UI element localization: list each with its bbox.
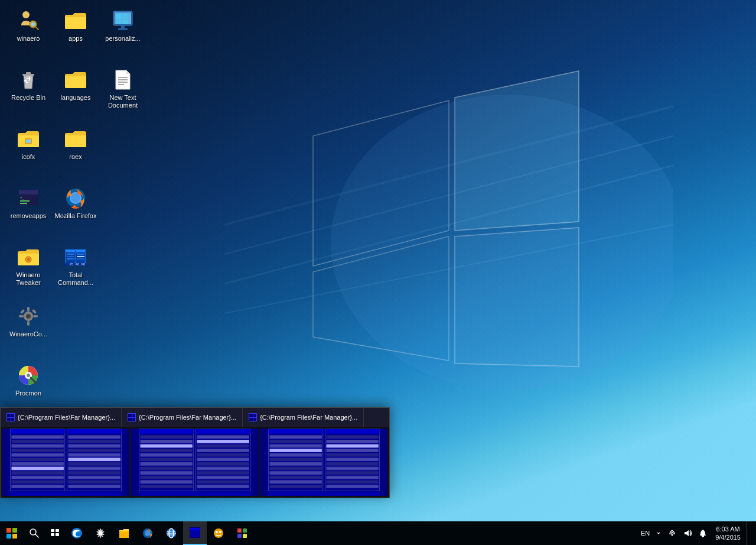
- svg-rect-180: [51, 533, 54, 536]
- farmanager-tab-2[interactable]: {C:\Program Files\Far Manager}...: [122, 408, 243, 427]
- svg-point-207: [702, 536, 704, 537]
- svg-rect-158: [269, 485, 321, 488]
- svg-rect-46: [67, 256, 74, 257]
- search-button[interactable]: [24, 521, 44, 545]
- svg-rect-28: [26, 140, 31, 143]
- svg-rect-178: [51, 529, 54, 532]
- svg-line-6: [224, 106, 673, 225]
- system-clock[interactable]: 6:03 AM 9/4/2015: [711, 525, 745, 542]
- procmon-icon: [17, 364, 40, 387]
- farmanager-tab-1[interactable]: {C:\Program Files\Far Manager}...: [1, 408, 122, 427]
- farmanager-popup: {C:\Program Files\Far Manager}... {C:\Pr…: [0, 407, 390, 498]
- svg-rect-48: [77, 254, 84, 255]
- desktop: winaero apps: [0, 0, 756, 521]
- svg-rect-99: [68, 435, 120, 439]
- desktop-icon-languages[interactable]: languages: [53, 65, 98, 118]
- svg-rect-141: [139, 491, 251, 496]
- taskbar-app-app3[interactable]: [230, 521, 254, 545]
- desktop-icon-roex[interactable]: roex: [53, 124, 98, 177]
- svg-marker-0: [313, 100, 449, 266]
- svg-rect-96: [12, 476, 64, 479]
- farmanager-tab-icon-2: [128, 413, 136, 421]
- svg-rect-86: [67, 429, 122, 434]
- desktop-icon-icofx[interactable]: icofx: [6, 124, 51, 177]
- taskbar-app-ie[interactable]: [159, 521, 183, 545]
- taskbar-app-explorer[interactable]: [112, 521, 136, 545]
- svg-text:F8: F8: [82, 262, 85, 266]
- farmanager-preview-3[interactable]: [260, 429, 387, 496]
- svg-rect-160: [326, 440, 378, 443]
- svg-rect-129: [197, 435, 249, 439]
- desktop-icon-winaero-tweaker[interactable]: Winaero Tweaker: [6, 242, 51, 296]
- svg-rect-101: [68, 445, 120, 448]
- volume-icon[interactable]: [680, 521, 695, 545]
- svg-rect-138: [197, 476, 249, 479]
- task-view-button[interactable]: [44, 521, 65, 545]
- svg-rect-15: [117, 14, 122, 19]
- language-indicator[interactable]: EN: [638, 521, 653, 545]
- start-button[interactable]: [0, 521, 24, 545]
- farmanager-tab-3[interactable]: {C:\Program Files\Far Manager}...: [243, 408, 364, 427]
- new-text-icon: [111, 68, 135, 92]
- desktop-icon-recycle-bin[interactable]: Recycle Bin: [6, 65, 51, 118]
- taskbar-app-firefox[interactable]: [136, 521, 159, 545]
- farmanager-tab-1-label: {C:\Program Files\Far Manager}...: [18, 414, 115, 421]
- desktop-icon-total-commander[interactable]: F5 F6 F8 Total Command...: [53, 242, 98, 296]
- svg-point-36: [71, 193, 80, 203]
- svg-rect-22: [26, 72, 31, 74]
- taskbar-app-settings[interactable]: [89, 521, 112, 545]
- svg-marker-1: [455, 71, 579, 231]
- empty-cell-5: [100, 301, 145, 355]
- svg-rect-125: [141, 471, 193, 475]
- desktop-icon-personaliz[interactable]: personaliz...: [100, 6, 145, 59]
- taskbar-app-app2[interactable]: [207, 521, 230, 545]
- svg-rect-30: [19, 190, 38, 194]
- show-desktop-button[interactable]: [747, 521, 753, 545]
- svg-rect-59: [19, 315, 24, 317]
- svg-rect-203: [237, 534, 242, 538]
- network-icon[interactable]: [664, 521, 680, 545]
- removeapps-icon: >_: [17, 186, 40, 210]
- svg-rect-181: [56, 533, 59, 536]
- svg-rect-169: [326, 480, 378, 484]
- svg-rect-45: [67, 254, 74, 255]
- svg-rect-161: [326, 445, 378, 448]
- svg-rect-145: [268, 429, 322, 434]
- farmanager-previews: [1, 427, 389, 498]
- svg-rect-134: [197, 458, 249, 461]
- roex-label: roex: [69, 153, 82, 161]
- svg-rect-107: [68, 471, 120, 475]
- svg-rect-68: [7, 414, 11, 417]
- farmanager-tabs: {C:\Program Files\Far Manager}... {C:\Pr…: [1, 408, 389, 427]
- svg-rect-126: [141, 476, 193, 479]
- clock-time: 6:03 AM: [716, 525, 739, 533]
- farmanager-preview-1[interactable]: [2, 429, 129, 496]
- svg-rect-202: [243, 528, 247, 533]
- desktop-icon-mozilla-firefox[interactable]: Mozilla Firefox: [53, 183, 98, 236]
- svg-rect-157: [269, 480, 321, 484]
- desktop-icon-removeapps[interactable]: >_ removeapps: [6, 183, 51, 236]
- svg-rect-159: [326, 435, 378, 439]
- notification-icon[interactable]: [695, 521, 711, 545]
- svg-rect-121: [141, 453, 193, 457]
- desktop-icon-winaeroco[interactable]: WinaeroCo...: [6, 301, 51, 355]
- desktop-icon-apps[interactable]: apps: [53, 6, 98, 59]
- svg-rect-16: [123, 14, 128, 19]
- new-text-label: New Text Document: [102, 94, 144, 109]
- svg-point-199: [216, 531, 218, 533]
- svg-point-38: [27, 258, 30, 261]
- svg-rect-163: [326, 453, 378, 457]
- taskbar-app-edge[interactable]: [65, 521, 89, 545]
- taskbar-app-farmanager[interactable]: [183, 521, 207, 545]
- desktop-icon-procmon[interactable]: Procmon: [6, 361, 51, 414]
- svg-rect-98: [12, 485, 64, 488]
- svg-rect-132: [197, 449, 249, 452]
- desktop-icon-new-text[interactable]: New Text Document: [100, 65, 145, 118]
- icofx-folder-icon: [17, 127, 40, 151]
- desktop-icon-winaero[interactable]: winaero: [6, 6, 51, 59]
- farmanager-preview-2[interactable]: [131, 429, 258, 496]
- systray-chevron[interactable]: [653, 521, 664, 545]
- svg-rect-91: [12, 453, 64, 457]
- total-commander-label: Total Command...: [54, 271, 97, 287]
- svg-rect-94: [12, 467, 64, 471]
